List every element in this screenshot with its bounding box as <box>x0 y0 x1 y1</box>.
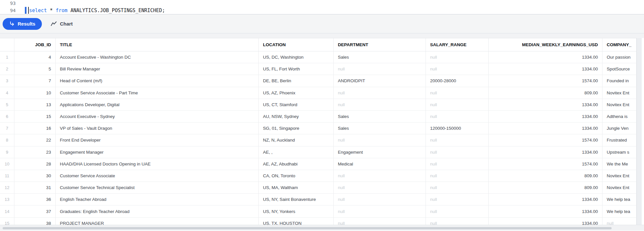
cell-title[interactable]: Customer Service Associate <box>56 170 259 182</box>
column-header-title[interactable]: TITLE <box>56 38 259 51</box>
cell-salary_range[interactable]: null <box>426 63 489 75</box>
cell-salary_range[interactable]: null <box>426 205 489 217</box>
cell-location[interactable]: NZ, N, Auckland <box>259 134 334 146</box>
cell-department[interactable]: Sales <box>334 111 426 122</box>
cell-title[interactable]: Account Executive - Washington DC <box>56 51 259 63</box>
cell-job_id[interactable]: 23 <box>14 146 56 158</box>
cell-job_id[interactable]: 37 <box>14 205 56 217</box>
table-row[interactable]: 14Account Executive - Washington DCUS, D… <box>0 51 636 63</box>
table-row[interactable]: 1437Graduates: English Teacher AbroadUS,… <box>0 205 636 217</box>
cell-department[interactable]: null <box>334 170 426 182</box>
table-row[interactable]: 37Head of Content (m/f)DE, BE, BerlinAND… <box>0 75 636 87</box>
cell-median_weekly_earnings_usd[interactable]: 1334.00 <box>489 111 602 122</box>
cell-location[interactable]: US, DC, Washington <box>259 51 334 63</box>
cell-department[interactable]: Sales <box>334 123 426 134</box>
cell-department[interactable]: null <box>334 182 426 193</box>
cell-job_id[interactable]: 38 <box>14 218 56 225</box>
cell-median_weekly_earnings_usd[interactable]: 1574.00 <box>489 75 602 87</box>
cell-location[interactable]: DE, BE, Berlin <box>259 75 334 87</box>
column-header-department[interactable]: DEPARTMENT <box>334 38 426 51</box>
cell-department[interactable]: Engagement <box>334 146 426 158</box>
cell-department[interactable]: null <box>334 63 426 75</box>
cell-title[interactable]: Account Executive - Sydney <box>56 111 259 122</box>
cell-title[interactable]: Bill Review Manager <box>56 63 259 75</box>
table-row[interactable]: 1538PROJECT MANAGERUS, TX, HOUSTONnullnu… <box>0 218 636 225</box>
cell-company[interactable]: Jungle Ven <box>602 123 636 134</box>
cell-salary_range[interactable]: null <box>426 182 489 193</box>
cell-department[interactable]: Sales <box>334 51 426 63</box>
cell-title[interactable]: HAAD/DHA Licensed Doctors Opening in UAE <box>56 158 259 170</box>
table-row[interactable]: 1130Customer Service AssociateCA, ON, To… <box>0 170 636 182</box>
chart-tab[interactable]: Chart <box>51 21 73 27</box>
cell-department[interactable]: ANDROIDPIT <box>334 75 426 87</box>
cell-median_weekly_earnings_usd[interactable]: 1334.00 <box>489 146 602 158</box>
cell-location[interactable]: SG, 01, Singapore <box>259 123 334 134</box>
column-header-job_id[interactable]: JOB_ID <box>14 38 56 51</box>
cell-salary_range[interactable]: null <box>426 134 489 146</box>
cell-company[interactable]: Adthena is <box>602 111 636 122</box>
cell-job_id[interactable]: 16 <box>14 123 56 134</box>
cell-company[interactable]: Founded in <box>602 75 636 87</box>
cell-median_weekly_earnings_usd[interactable]: 1574.00 <box>489 158 602 170</box>
cell-location[interactable]: US, MA, Waltham <box>259 182 334 193</box>
cell-location[interactable]: US, NY, Yonkers <box>259 205 334 217</box>
cell-location[interactable]: AE, AZ, Abudhabi <box>259 158 334 170</box>
cell-title[interactable]: Graduates: English Teacher Abroad <box>56 205 259 217</box>
cell-job_id[interactable]: 5 <box>14 63 56 75</box>
cell-title[interactable]: Applications Developer, Digital <box>56 99 259 110</box>
cell-location[interactable]: CA, ON, Toronto <box>259 170 334 182</box>
cell-location[interactable]: US, FL, Fort Worth <box>259 63 334 75</box>
cell-median_weekly_earnings_usd[interactable]: 1334.00 <box>489 99 602 110</box>
cell-salary_range[interactable]: null <box>426 218 489 225</box>
cell-salary_range[interactable]: null <box>426 99 489 110</box>
cell-title[interactable]: VP of Sales - Vault Dragon <box>56 123 259 134</box>
cell-title[interactable]: English Teacher Abroad <box>56 194 259 205</box>
column-header-location[interactable]: LOCATION <box>259 38 334 51</box>
cell-company[interactable]: We help tea <box>602 194 636 205</box>
cell-department[interactable]: Medical <box>334 158 426 170</box>
cell-department[interactable]: null <box>334 134 426 146</box>
cell-company[interactable]: We help tea <box>602 205 636 217</box>
table-row[interactable]: 1231Customer Service Technical Specialis… <box>0 182 636 194</box>
cell-median_weekly_earnings_usd[interactable]: 1334.00 <box>489 63 602 75</box>
cell-location[interactable]: US, TX, HOUSTON <box>259 218 334 225</box>
editor-line-previous[interactable]: 93 <box>0 0 644 7</box>
table-row[interactable]: 716VP of Sales - Vault DragonSG, 01, Sin… <box>0 123 636 134</box>
results-tab[interactable]: Results <box>3 18 42 30</box>
table-row[interactable]: 822Front End DeveloperNZ, N, Aucklandnul… <box>0 134 636 146</box>
cell-company[interactable]: Our passion <box>602 51 636 63</box>
cell-department[interactable]: null <box>334 99 426 110</box>
cell-median_weekly_earnings_usd[interactable]: 1334.00 <box>489 194 602 205</box>
editor-line-current[interactable]: 94 select * from ANALYTICS.JOB_POSTINGS_… <box>0 7 644 14</box>
vertical-scrollbar[interactable] <box>636 38 642 225</box>
cell-salary_range[interactable]: 20000-28000 <box>426 75 489 87</box>
cell-company[interactable]: Novitex Ent <box>602 99 636 110</box>
cell-median_weekly_earnings_usd[interactable]: 1334.00 <box>489 218 602 225</box>
column-header-salary_range[interactable]: SALARY_RANGE <box>426 38 489 51</box>
cell-job_id[interactable]: 36 <box>14 194 56 205</box>
cell-company[interactable]: Upstream s <box>602 146 636 158</box>
table-row[interactable]: 615Account Executive - SydneyAU, NSW, Sy… <box>0 111 636 123</box>
cell-company[interactable]: SpotSource <box>602 63 636 75</box>
table-row[interactable]: 513Applications Developer, DigitalUS, CT… <box>0 99 636 111</box>
cell-title[interactable]: Front End Developer <box>56 134 259 146</box>
cell-median_weekly_earnings_usd[interactable]: 809.00 <box>489 170 602 182</box>
cell-location[interactable]: US, NY, Saint Bonaventure <box>259 194 334 205</box>
cell-salary_range[interactable]: null <box>426 51 489 63</box>
cell-company[interactable]: We the Me <box>602 158 636 170</box>
cell-salary_range[interactable]: null <box>426 111 489 122</box>
sql-editor[interactable]: 93 94 select * from ANALYTICS.JOB_POSTIN… <box>0 0 644 14</box>
cell-company[interactable]: Novitex Ent <box>602 182 636 193</box>
cell-median_weekly_earnings_usd[interactable]: 1334.00 <box>489 51 602 63</box>
cell-salary_range[interactable]: null <box>426 158 489 170</box>
cell-job_id[interactable]: 4 <box>14 51 56 63</box>
table-row[interactable]: 25Bill Review ManagerUS, FL, Fort Worthn… <box>0 63 636 75</box>
cell-salary_range[interactable]: null <box>426 194 489 205</box>
cell-location[interactable]: US, AZ, Phoenix <box>259 87 334 99</box>
cell-title[interactable]: PROJECT MANAGER <box>56 218 259 225</box>
table-row[interactable]: 1028HAAD/DHA Licensed Doctors Opening in… <box>0 158 636 170</box>
cell-salary_range[interactable]: null <box>426 146 489 158</box>
table-row[interactable]: 410Customer Service Associate - Part Tim… <box>0 87 636 99</box>
cell-location[interactable]: AE, , <box>259 146 334 158</box>
cell-department[interactable]: null <box>334 87 426 99</box>
